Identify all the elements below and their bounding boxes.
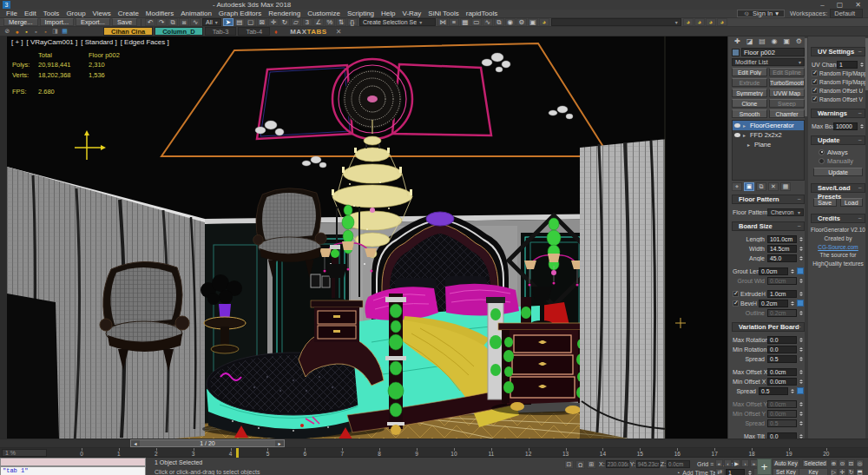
scene-tab[interactable]: Tab-3 bbox=[205, 27, 237, 36]
command-panel-tab[interactable]: ◪ bbox=[744, 37, 755, 46]
nav-icon[interactable]: ⊕ bbox=[830, 459, 838, 467]
rollout-header[interactable]: Save/Load Presets− bbox=[811, 183, 865, 193]
spinner-arrows[interactable] bbox=[798, 311, 804, 315]
toolbar-icon[interactable]: ∿ bbox=[190, 18, 201, 26]
toolbar-icon[interactable]: ▣ bbox=[528, 18, 538, 26]
toolbar-icon[interactable]: ◕ bbox=[683, 18, 694, 26]
viewport-label-segment[interactable]: [ Standard ] bbox=[81, 38, 116, 46]
toolbar-icon[interactable]: ⊠ bbox=[257, 18, 267, 26]
z-coordinate-field[interactable]: 0.0cm bbox=[667, 460, 690, 468]
uv-channel-field[interactable]: 1 bbox=[837, 61, 858, 69]
maxtabs-icon[interactable]: ▦ bbox=[61, 28, 69, 36]
spinner-arrows[interactable] bbox=[798, 347, 804, 352]
maxscript-listener-field[interactable]: "tab 1" bbox=[0, 466, 146, 475]
selection-lock-icon[interactable]: Ω bbox=[575, 460, 585, 469]
radio-manually[interactable]: Manually bbox=[819, 156, 865, 165]
spinner-field[interactable]: Outline0.2cm bbox=[733, 308, 804, 317]
y-coordinate-field[interactable]: 945.23cm bbox=[636, 460, 660, 468]
menu-item[interactable]: Views bbox=[89, 10, 115, 17]
menu-item[interactable]: Rendering bbox=[265, 10, 304, 17]
spinner-field[interactable]: Max Offset X0.0cm bbox=[733, 367, 804, 376]
toolbar-icon[interactable]: ➤ bbox=[223, 18, 233, 26]
scene-tab[interactable]: Column_D bbox=[155, 27, 203, 36]
command-panel-tab[interactable]: ▤ bbox=[756, 37, 767, 46]
spinner-field[interactable]: Spread0.5 bbox=[733, 354, 804, 363]
modifier-list-dropdown[interactable]: Modifier List▾ bbox=[732, 58, 805, 66]
spinner-arrows[interactable] bbox=[789, 269, 795, 274]
toolbar-icon[interactable]: ∿ bbox=[483, 18, 493, 26]
object-name-field[interactable]: Floor p002 bbox=[741, 48, 805, 56]
expand-icon[interactable]: ▸ bbox=[743, 122, 747, 129]
spinner-arrows[interactable] bbox=[798, 402, 804, 406]
nav-icon[interactable]: ↻ bbox=[847, 468, 855, 475]
menu-item[interactable]: Help bbox=[378, 10, 398, 17]
spinner-arrows[interactable] bbox=[858, 124, 865, 129]
key-filters-button[interactable]: Key Filters... bbox=[799, 468, 828, 475]
spinner-arrows[interactable] bbox=[798, 237, 804, 241]
load-preset-button[interactable]: Load bbox=[840, 198, 864, 207]
playback-button[interactable]: ‹ bbox=[724, 459, 732, 467]
spinner-arrows[interactable] bbox=[798, 412, 804, 416]
toolbar-icon[interactable]: ↶ bbox=[145, 18, 155, 26]
nav-icon[interactable]: ⊡ bbox=[847, 459, 855, 467]
toolbar-icon[interactable]: ⧉ bbox=[494, 18, 504, 26]
menu-item[interactable]: Tools bbox=[40, 10, 63, 17]
field-checkbox[interactable] bbox=[733, 300, 739, 307]
menu-item[interactable]: Customize bbox=[304, 10, 344, 17]
close-button[interactable]: ✕ bbox=[855, 1, 861, 9]
toolbar-icon[interactable]: ⋈ bbox=[437, 18, 448, 26]
stack-tool-icon[interactable]: ⌖ bbox=[732, 182, 742, 191]
checkbox-icon[interactable] bbox=[812, 96, 818, 102]
time-slider[interactable]: ◂ 1 / 20 ▸ bbox=[130, 439, 285, 447]
toolbar-icon[interactable]: ◕ bbox=[694, 18, 705, 26]
menu-item[interactable]: File bbox=[3, 10, 21, 17]
spinner-arrows[interactable] bbox=[798, 338, 804, 342]
current-frame-field[interactable]: 1 bbox=[726, 469, 745, 475]
spinner-field[interactable]: Spread0.5 bbox=[733, 419, 804, 427]
menu-item[interactable]: Create bbox=[115, 10, 142, 17]
add-time-tag[interactable]: ◔Add Time Tag bbox=[676, 470, 720, 475]
modifier-stack-item[interactable]: ▸Plane bbox=[733, 140, 804, 149]
nav-icon[interactable]: ⊙ bbox=[838, 459, 846, 467]
minimize-button[interactable]: – bbox=[820, 1, 824, 9]
toolbar-icon[interactable]: ▢ bbox=[246, 18, 256, 26]
workspaces-control[interactable]: Workspaces:Default bbox=[790, 9, 863, 18]
toolbar-icon[interactable]: ◉ bbox=[505, 18, 516, 26]
menu-item[interactable]: SiNi Tools bbox=[424, 10, 462, 17]
menu-item[interactable]: Scripting bbox=[344, 10, 378, 17]
spinner-field[interactable]: Spread0.5 bbox=[733, 386, 804, 395]
update-button[interactable]: Update bbox=[813, 168, 863, 176]
spinner-field[interactable]: Width14.5cm bbox=[733, 244, 804, 253]
spinner-arrows[interactable] bbox=[798, 357, 804, 361]
toolbar-icon[interactable]: ⧉ bbox=[168, 18, 178, 26]
rollout-header[interactable]: Credits− bbox=[811, 214, 865, 223]
checkbox-row[interactable]: Random Offset V bbox=[812, 96, 865, 103]
spinner-arrows[interactable] bbox=[789, 389, 795, 393]
floor-pattern-dropdown[interactable]: Chevron▾ bbox=[767, 208, 804, 216]
playback-button[interactable]: ▶ bbox=[733, 459, 740, 467]
spinner-arrows[interactable] bbox=[798, 247, 804, 251]
visibility-toggle-icon[interactable] bbox=[734, 123, 740, 128]
spinner-arrows[interactable] bbox=[798, 256, 804, 261]
playback-button[interactable]: « bbox=[715, 459, 723, 467]
maxtabs-icon[interactable]: ▪ bbox=[42, 28, 49, 36]
spinner-arrows[interactable] bbox=[798, 370, 804, 374]
spinner-arrows[interactable] bbox=[789, 301, 795, 306]
time-slider-track[interactable]: ◂ 1 / 20 ▸ bbox=[0, 439, 868, 448]
rollout-header[interactable]: Variation Per Board− bbox=[732, 322, 805, 332]
toolbar-icon[interactable]: % bbox=[325, 18, 335, 26]
spinner-arrows[interactable] bbox=[858, 63, 865, 67]
render-preset-dropdown[interactable]: ▾ bbox=[551, 18, 681, 26]
toolbar-icon[interactable]: ↻ bbox=[279, 18, 290, 26]
expand-icon[interactable]: ▸ bbox=[747, 142, 752, 148]
modifier-button[interactable]: Extrude bbox=[732, 78, 767, 87]
expand-icon[interactable]: ▸ bbox=[743, 132, 747, 138]
toolbar-icon[interactable]: ⧈ bbox=[179, 18, 189, 26]
menu-item[interactable]: V-Ray bbox=[399, 10, 425, 17]
modifier-button[interactable]: Chamfer bbox=[769, 109, 805, 118]
viewport-label-segment[interactable]: [ Edged Faces ] bbox=[121, 38, 169, 46]
menu-item[interactable]: Modifiers bbox=[142, 10, 177, 17]
rollout-header[interactable]: Board Size− bbox=[732, 221, 805, 231]
scene-tab[interactable]: Cihan Cina bbox=[103, 27, 153, 36]
rollout-header[interactable]: Update− bbox=[811, 135, 865, 145]
